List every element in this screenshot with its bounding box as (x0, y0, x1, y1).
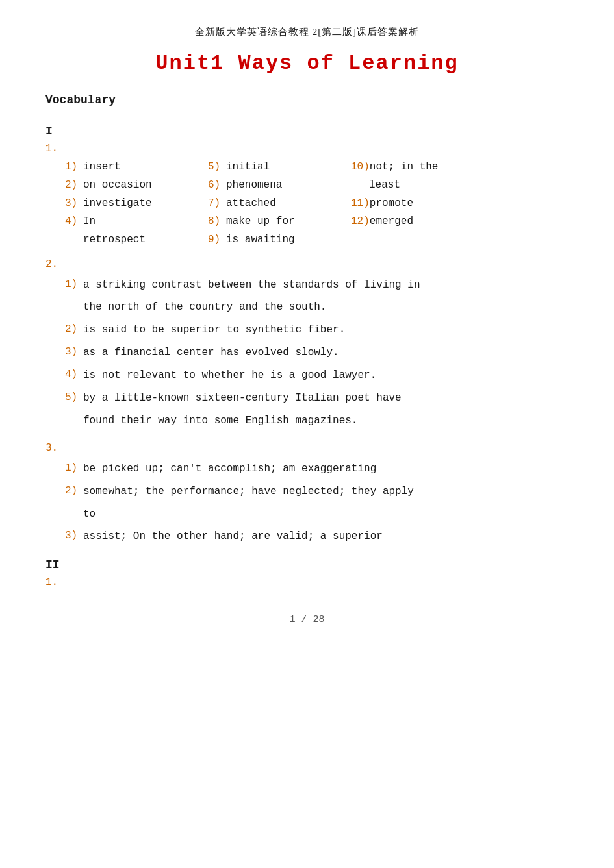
page-number: 1 / 28 (289, 614, 324, 625)
answer-2-5: 5) by a little-known sixteen-century Ita… (65, 390, 575, 407)
question-number-1: 1. (45, 143, 575, 155)
answer-3-2-cont: to (83, 506, 575, 523)
section-roman-2: II (39, 558, 575, 571)
question-3: 3. 1) be picked up; can't accomplish; am… (39, 442, 575, 545)
question-number-2: 2. (45, 258, 575, 270)
vocabulary-label: Vocabulary (45, 93, 575, 106)
answer-3-2: 2) somewhat; the performance; have negle… (65, 483, 575, 501)
roman-numeral-1: I (45, 125, 575, 138)
vocab-item-8: 8) make up for (208, 216, 351, 227)
answer-3-1: 1) be picked up; can't accomplish; am ex… (65, 460, 575, 478)
vocab-item-10: 10) not; in the (351, 161, 520, 173)
vocab-item-1: 1) insert (65, 161, 208, 173)
vocab-item-12: 12) emerged (351, 216, 520, 227)
answer-2-1: 1) a striking contrast between the stand… (65, 277, 575, 294)
question-1: 1. 1) insert 5) initial 10) not; in the … (39, 143, 575, 245)
answer-2-5-cont: found their way into some English magazi… (83, 413, 575, 430)
unit-title: Unit1 Ways of Learning (39, 51, 575, 75)
vocab-grid: 1) insert 5) initial 10) not; in the 2) … (65, 161, 575, 245)
question-number-3: 3. (45, 442, 575, 454)
section-roman-1: I (39, 125, 575, 138)
answer-2-1-cont: the north of the country and the south. (83, 299, 575, 316)
vocab-item-11: 11) promote (351, 197, 520, 209)
answer-2-2: 2) is said to be superior to synthetic f… (65, 321, 575, 339)
page-header: 全新版大学英语综合教程 2[第二版]课后答案解析 (39, 26, 575, 38)
vocab-item-empty (351, 234, 520, 245)
vocab-item-2: 2) on occasion (65, 179, 208, 191)
vocab-item-10-cont: least (351, 179, 520, 191)
vocab-item-6: 6) phenomena (208, 179, 351, 191)
answer-2-4: 4) is not relevant to whether he is a go… (65, 367, 575, 384)
answer-3-3: 3) assist; On the other hand; are valid;… (65, 528, 575, 545)
vocabulary-section: Vocabulary (39, 93, 575, 106)
header-title: 全新版大学英语综合教程 2[第二版]课后答案解析 (39, 26, 575, 38)
vocab-item-4-cont: retrospect (65, 234, 208, 245)
question-2: 2. 1) a striking contrast between the st… (39, 258, 575, 429)
question-number-ii-1: 1. (45, 577, 575, 588)
roman-numeral-2: II (45, 558, 575, 571)
vocab-item-5: 5) initial (208, 161, 351, 173)
question-ii-1: 1. (39, 577, 575, 588)
vocab-item-7: 7) attached (208, 197, 351, 209)
page-footer: 1 / 28 (39, 608, 575, 625)
vocab-item-3: 3) investigate (65, 197, 208, 209)
vocab-item-4: 4) In (65, 216, 208, 227)
answer-2-3: 3) as a financial center has evolved slo… (65, 344, 575, 362)
vocab-item-9: 9) is awaiting (208, 234, 351, 245)
